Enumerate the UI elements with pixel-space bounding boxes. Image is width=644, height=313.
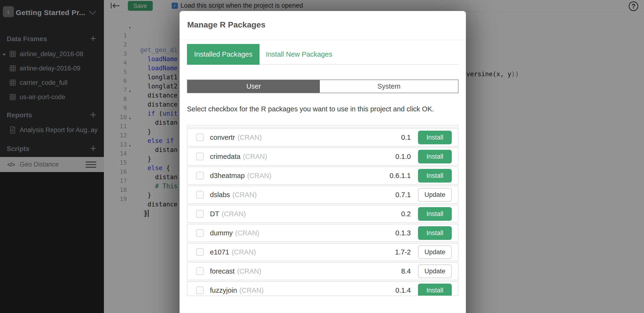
package-action-button[interactable]: Install [418,169,452,182]
package-name: fuzzyjoin [210,287,237,294]
package-version: 0.7.1 [396,191,411,199]
package-source: (CRAN) [237,267,262,275]
package-name: convertr [210,134,235,142]
manage-r-packages-dialog: Manage R Packages Installed Packages Ins… [180,11,466,313]
package-row: e1071 (CRAN) 1.7-2 Update [187,243,458,261]
package-list[interactable]: convertr (CRAN) 0.1 Install crimedata (C… [187,125,458,296]
package-row: forecast (CRAN) 8.4 Update [187,262,458,280]
package-checkbox[interactable] [196,229,204,237]
package-checkbox[interactable] [196,153,204,160]
package-version: 0.1.3 [396,229,411,237]
package-version: 0.1 [401,134,411,142]
package-source: (CRAN) [240,287,264,294]
dialog-title: Manage R Packages [187,20,266,29]
package-action-button[interactable]: Install [418,226,452,240]
package-name: DT [210,210,219,218]
app-screen: ‹ Getting Started Pr... Data Frames + ▸a… [0,0,644,313]
package-row: d3heatmap (CRAN) 0.6.1.1 Install [187,166,458,185]
package-version: 0.6.1.1 [390,172,411,180]
package-name: forecast [210,267,234,275]
package-action-button[interactable]: Install [418,284,452,296]
package-action-button[interactable]: Update [418,188,452,202]
package-action-button[interactable]: Install [418,207,452,221]
package-name: dslabs [210,191,230,199]
package-source: (CRAN) [243,153,267,160]
package-checkbox[interactable] [196,191,204,198]
dialog-tabs: Installed Packages Install New Packages [187,44,458,65]
package-row: dslabs (CRAN) 0.7.1 Update [187,186,458,204]
package-source: (CRAN) [222,210,246,218]
scope-system-option[interactable]: System [320,80,458,93]
package-row: dummy (CRAN) 0.1.3 Install [187,224,458,242]
scope-user-option[interactable]: User [188,80,320,93]
package-version: 8.4 [401,267,411,275]
scope-toggle: User System [187,80,458,93]
package-rows: convertr (CRAN) 0.1 Install crimedata (C… [187,128,458,296]
package-action-button[interactable]: Update [418,265,452,278]
package-name: crimedata [210,153,240,160]
package-row: fuzzyjoin (CRAN) 0.1.4 Install [187,281,458,296]
package-row-partial [187,126,458,127]
package-source: (CRAN) [232,248,256,256]
package-source: (CRAN) [247,172,272,180]
package-checkbox[interactable] [196,248,204,256]
package-checkbox[interactable] [196,267,204,275]
package-name: dummy [210,229,233,237]
package-version: 0.1.4 [396,287,411,294]
package-action-button[interactable]: Update [418,245,452,259]
package-name: d3heatmap [210,172,245,180]
package-action-button[interactable]: Install [418,131,452,144]
package-checkbox[interactable] [196,210,204,218]
tab-install-new-packages[interactable]: Install New Packages [260,44,338,65]
package-checkbox[interactable] [196,172,204,179]
package-row: DT (CRAN) 0.2 Install [187,205,458,223]
package-row: crimedata (CRAN) 0.1.0 Install [187,148,458,165]
package-version: 0.2 [401,210,411,218]
package-checkbox[interactable] [196,134,204,141]
package-version: 0.1.0 [396,153,411,160]
package-row: convertr (CRAN) 0.1 Install [187,128,458,147]
package-source: (CRAN) [238,134,262,142]
package-action-button[interactable]: Install [418,150,452,163]
package-version: 1.7-2 [395,248,411,256]
package-source: (CRAN) [232,191,257,199]
dialog-header-divider [180,40,466,40]
package-source: (CRAN) [235,229,260,237]
tab-installed-packages[interactable]: Installed Packages [187,44,260,65]
package-name: e1071 [210,248,229,256]
instruction-text: Select checkbox for the R packages you w… [187,105,434,113]
package-checkbox[interactable] [196,287,204,294]
